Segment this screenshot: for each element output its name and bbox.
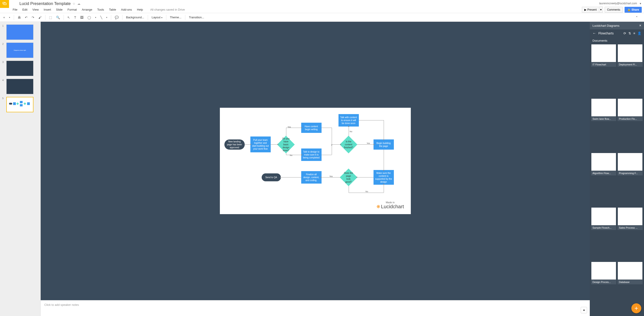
doc-card[interactable]: IT Flowchart <box>591 44 616 97</box>
lucidchart-sidebar: Lucidchart Diagrams × ← Flowcharts ⟳ ⇅ ≡… <box>590 22 644 316</box>
doc-card[interactable]: Production Flo... <box>618 98 643 151</box>
transition-button[interactable]: Transition... <box>188 15 206 20</box>
line-dropdown-icon[interactable]: ▾ <box>105 15 109 20</box>
slide-thumbnail[interactable] <box>6 97 34 112</box>
star-icon[interactable]: ☆ <box>72 2 76 6</box>
flowchart-process[interactable]: Make sure the content is supported by th… <box>374 170 394 185</box>
edge-label-no: No <box>366 190 368 193</box>
comments-button[interactable]: Comments <box>605 7 623 13</box>
doc-card[interactable]: Algorithm Flow... <box>591 153 616 206</box>
present-button[interactable]: ▶ Present <box>582 7 599 13</box>
new-slide-dropdown[interactable]: ▾ <box>8 15 12 20</box>
slide-thumbnail[interactable] <box>6 79 34 94</box>
menu-file[interactable]: File <box>10 7 20 12</box>
doc-card[interactable]: Sales Process ... <box>618 207 643 260</box>
menu-arrange[interactable]: Arrange <box>80 7 94 12</box>
slide-canvas[interactable]: New landing page has been approved Pull … <box>220 108 411 214</box>
flowchart-process[interactable]: Talk to design to make sure it is being … <box>301 148 322 161</box>
canvas-area: New landing page has been approved Pull … <box>41 22 590 316</box>
menu-table[interactable]: Table <box>107 7 118 12</box>
account-dropdown-icon[interactable]: ▾ <box>640 2 641 5</box>
doc-card[interactable]: Swim lane flow... <box>591 98 616 151</box>
sidebar-title: Lucidchart Diagrams <box>592 24 619 27</box>
speaker-notes[interactable]: Click to add speaker notes <box>41 300 590 316</box>
new-slide-button[interactable]: + <box>2 15 6 20</box>
background-button[interactable]: Background... <box>125 15 146 20</box>
close-icon[interactable]: × <box>639 24 641 28</box>
zoom-icon[interactable]: 🔍 <box>55 15 61 20</box>
comment-icon[interactable]: 💬 <box>114 15 120 20</box>
layout-button[interactable]: Layout ▾ <box>150 15 164 20</box>
menu-view[interactable]: View <box>30 7 41 12</box>
flowchart-edge <box>271 144 278 145</box>
menu-slide[interactable]: Slide <box>54 7 65 12</box>
add-diagram-fab[interactable]: + <box>631 303 641 313</box>
menu-help[interactable]: Help <box>135 7 145 12</box>
menu-format[interactable]: Format <box>65 7 79 12</box>
slide-thumbnail[interactable]: Diagrams done right <box>6 43 34 58</box>
menu-edit[interactable]: Edit <box>20 7 30 12</box>
doc-card[interactable]: Sample Flowch... <box>591 207 616 260</box>
flowchart-end[interactable]: Send to QA <box>262 173 281 181</box>
slide-number: 4 <box>2 79 5 94</box>
line-tool-icon[interactable]: ╲ <box>99 15 104 20</box>
doc-card[interactable]: Programming F... <box>618 153 643 206</box>
flowchart-edge <box>357 144 374 145</box>
sidebar-section-header: Documents <box>590 37 644 44</box>
sort-icon[interactable]: ⇅ <box>628 32 631 35</box>
list-icon[interactable]: ≡ <box>634 32 635 35</box>
collapse-toolbar-icon[interactable]: ⌃ <box>634 15 640 20</box>
flowchart-decision[interactable]: Is the content finished? <box>340 136 357 153</box>
user-email[interactable]: laurenmcneely@lucidchart.com <box>599 2 637 5</box>
doc-card[interactable]: Design Proces... <box>591 262 616 315</box>
flowchart-edge <box>349 186 349 193</box>
flowchart-start[interactable]: New landing page has been approved <box>224 139 245 150</box>
move-to-folder-icon[interactable]: ☁ <box>77 2 80 6</box>
shape-icon[interactable]: ◯ <box>86 15 92 20</box>
flowchart-edge <box>281 177 301 178</box>
slide-thumbnail[interactable] <box>6 25 34 40</box>
redo-icon[interactable]: ↷ <box>30 15 36 20</box>
flowchart-process[interactable]: Have content begin writing <box>301 123 322 133</box>
present-icon: ▶ <box>584 8 586 11</box>
flowchart-edge <box>245 144 250 145</box>
menu-insert[interactable]: Insert <box>41 7 53 12</box>
image-icon[interactable]: 🖼 <box>79 15 85 20</box>
flowchart-process[interactable]: Talk with content to ensure it will be d… <box>338 114 359 126</box>
slide-number: 1 <box>2 25 5 40</box>
text-box-icon[interactable]: T <box>73 15 78 20</box>
flowchart-process[interactable]: Finalize all design, content, and coding… <box>301 171 322 184</box>
shape-dropdown-icon[interactable]: ▾ <box>94 15 98 20</box>
doc-card[interactable]: Deployment Fl... <box>618 44 643 97</box>
refresh-icon[interactable]: ⟳ <box>624 32 626 35</box>
toolbar-separator <box>45 15 46 20</box>
flowchart-edge <box>286 155 301 155</box>
theme-button[interactable]: Theme... <box>168 15 183 20</box>
paint-format-icon[interactable]: 🖌 <box>37 15 43 20</box>
flowchart-process[interactable]: Begin building the page <box>374 139 394 150</box>
flowchart-edge <box>332 144 340 145</box>
flowchart-edge <box>384 185 384 193</box>
edge-label-yes: Yes <box>367 142 370 144</box>
present-dropdown[interactable]: ▾ <box>599 7 603 13</box>
menu-tools[interactable]: Tools <box>95 7 106 12</box>
flowchart-decision[interactable]: Does the page look good? <box>340 169 357 186</box>
explore-button[interactable]: ✦ <box>581 307 587 313</box>
print-icon[interactable]: 🖶 <box>16 15 22 20</box>
undo-icon[interactable]: ↶ <box>24 15 29 20</box>
flowchart-edge <box>384 120 384 139</box>
back-arrow-icon[interactable]: ← <box>592 31 596 35</box>
doc-title[interactable]: Lucid Presentation Template <box>20 1 71 6</box>
flowchart-edge <box>286 153 286 155</box>
app-logo[interactable] <box>0 0 9 8</box>
slide-thumbnail[interactable] <box>6 61 34 76</box>
select-tool-icon[interactable]: ↖ <box>66 15 72 20</box>
zoom-fit-icon[interactable]: ⬚ <box>48 15 53 20</box>
menu-add-ons[interactable]: Add-ons <box>119 7 134 12</box>
share-button[interactable]: 🔒 Share <box>624 7 642 13</box>
flowchart-process[interactable]: Pull your team together and start buildi… <box>250 136 271 152</box>
lucidchart-brand: Made in ❋ Lucidchart <box>376 201 404 210</box>
flowchart-edge <box>332 145 332 155</box>
account-icon[interactable]: 👤 <box>638 32 641 35</box>
flowchart-decision[interactable]: Do you have basic design done? <box>277 136 295 153</box>
